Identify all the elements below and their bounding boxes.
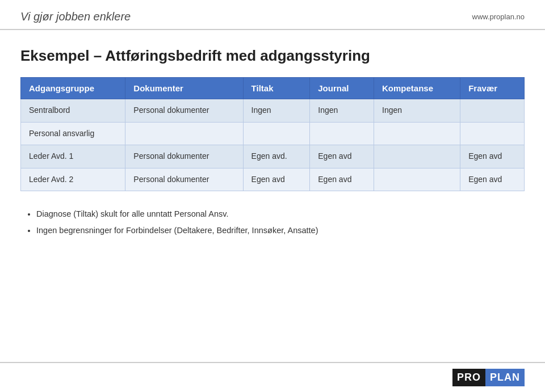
table-cell-0-3: Ingen — [310, 99, 374, 123]
table-cell-3-5: Egen avd — [460, 168, 525, 191]
table-cell-1-1 — [125, 122, 243, 145]
table-cell-2-3: Egen avd — [310, 145, 374, 168]
table-cell-1-5 — [460, 122, 525, 145]
table-row: Leder Avd. 2Personal dokumenterEgen avdE… — [21, 168, 525, 191]
table-cell-0-4: Ingen — [374, 99, 460, 123]
page-header: Vi gjør jobben enklere www.proplan.no — [0, 0, 545, 30]
table-cell-2-5: Egen avd — [460, 145, 525, 168]
table-cell-3-4 — [374, 168, 460, 191]
table-cell-2-4 — [374, 145, 460, 168]
page-title: Eksempel – Attføringsbedrift med adgangs… — [20, 47, 525, 65]
table-cell-1-4 — [374, 122, 460, 145]
table-cell-3-2: Egen avd — [243, 168, 310, 191]
bullet-item-1: Ingen begrensninger for Forbindelser (De… — [36, 224, 525, 238]
table-cell-2-2: Egen avd. — [243, 145, 310, 168]
col-header-fravaer: Fravær — [460, 78, 525, 99]
table-cell-3-1: Personal dokumenter — [125, 168, 243, 191]
table-cell-0-1: Personal dokumenter — [125, 99, 243, 123]
table-cell-3-3: Egen avd — [310, 168, 374, 191]
company-logo: PRO PLAN — [452, 369, 525, 386]
table-row: Personal ansvarlig — [21, 122, 525, 145]
table-cell-1-3 — [310, 122, 374, 145]
col-header-tiltak: Tiltak — [243, 78, 310, 99]
table-cell-1-2 — [243, 122, 310, 145]
table-cell-1-0: Personal ansvarlig — [21, 122, 125, 145]
main-content: Eksempel – Attføringsbedrift med adgangs… — [0, 30, 545, 251]
table-header-row: Adgangsgruppe Dokumenter Tiltak Journal … — [21, 78, 525, 99]
table-cell-3-0: Leder Avd. 2 — [21, 168, 125, 191]
table-cell-2-0: Leder Avd. 1 — [21, 145, 125, 168]
bullet-list: Diagnose (Tiltak) skult for alle unntatt… — [20, 207, 525, 237]
table-cell-0-2: Ingen — [243, 99, 310, 123]
page-footer: PRO PLAN — [0, 362, 545, 392]
logo-part2: PLAN — [485, 369, 525, 386]
table-row: Leder Avd. 1Personal dokumenterEgen avd.… — [21, 145, 525, 168]
table-row: SentralbordPersonal dokumenterIngenIngen… — [21, 99, 525, 123]
table-cell-2-1: Personal dokumenter — [125, 145, 243, 168]
table-cell-0-5 — [460, 99, 525, 123]
access-table: Adgangsgruppe Dokumenter Tiltak Journal … — [20, 77, 525, 191]
col-header-kompetanse: Kompetanse — [374, 78, 460, 99]
col-header-journal: Journal — [310, 78, 374, 99]
header-tagline: Vi gjør jobben enklere — [20, 10, 131, 23]
col-header-dokumenter: Dokumenter — [125, 78, 243, 99]
col-header-adgangsgruppe: Adgangsgruppe — [21, 78, 125, 99]
logo-part1: PRO — [452, 369, 485, 386]
bullet-item-0: Diagnose (Tiltak) skult for alle unntatt… — [36, 207, 525, 221]
header-url: www.proplan.no — [472, 12, 525, 21]
table-cell-0-0: Sentralbord — [21, 99, 125, 123]
